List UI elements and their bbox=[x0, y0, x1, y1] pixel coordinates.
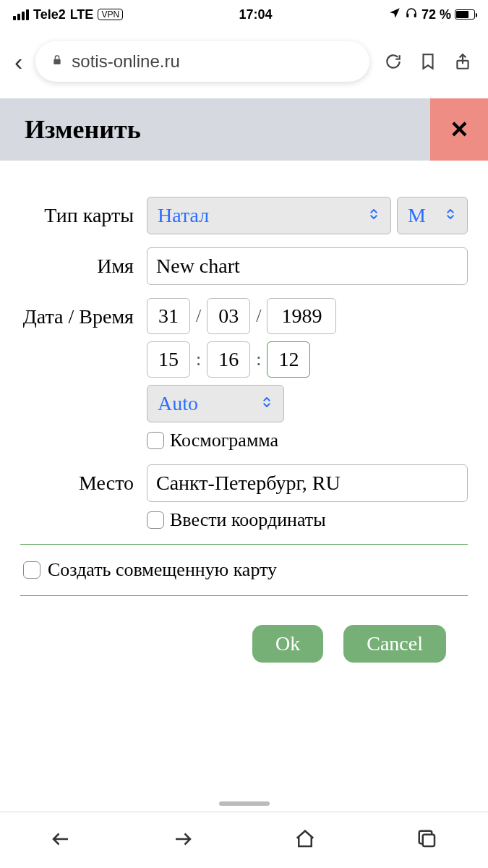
divider bbox=[20, 544, 468, 545]
second-input[interactable] bbox=[267, 341, 310, 378]
url-text: sotis-online.ru bbox=[72, 51, 179, 72]
time-separator: : bbox=[196, 349, 201, 370]
back-button[interactable]: ‹ bbox=[14, 48, 22, 76]
svg-rect-1 bbox=[414, 13, 416, 17]
name-label: Имя bbox=[20, 247, 147, 278]
gender-select[interactable]: М bbox=[397, 197, 468, 234]
svg-rect-4 bbox=[422, 834, 434, 846]
svg-rect-2 bbox=[54, 59, 61, 64]
bookmark-button[interactable] bbox=[417, 51, 439, 72]
battery-pct: 72 % bbox=[421, 7, 451, 22]
nav-tabs-button[interactable] bbox=[416, 828, 438, 853]
reload-button[interactable] bbox=[382, 51, 404, 72]
browser-bar: ‹ sotis-online.ru bbox=[0, 29, 488, 94]
day-input[interactable] bbox=[147, 298, 190, 334]
chart-type-label: Тип карты bbox=[20, 197, 147, 228]
address-bar[interactable]: sotis-online.ru bbox=[35, 41, 369, 82]
divider bbox=[20, 595, 468, 596]
timezone-select[interactable]: Auto bbox=[147, 385, 284, 422]
nav-forward-button[interactable] bbox=[172, 828, 194, 853]
timezone-value: Auto bbox=[158, 392, 198, 415]
status-right: 72 % bbox=[388, 7, 475, 23]
cancel-button[interactable]: Cancel bbox=[343, 625, 446, 663]
browser-bottom-nav bbox=[0, 812, 488, 868]
clock: 17:04 bbox=[239, 7, 272, 22]
chart-type-value: Натал bbox=[158, 204, 209, 227]
datetime-label: Дата / Время bbox=[20, 298, 147, 329]
chevron-updown-icon bbox=[444, 204, 457, 227]
chevron-updown-icon bbox=[367, 204, 380, 227]
chart-type-select[interactable]: Натал bbox=[147, 197, 391, 234]
place-label: Место bbox=[20, 464, 147, 495]
network-label: LTE bbox=[70, 7, 94, 22]
status-left: Tele2 LTE VPN bbox=[13, 7, 123, 22]
coords-label: Ввести координаты bbox=[170, 509, 326, 531]
location-icon bbox=[388, 7, 401, 23]
time-separator: : bbox=[256, 349, 261, 370]
modal-header: Изменить ✕ bbox=[0, 98, 488, 161]
gender-value: М bbox=[408, 204, 426, 227]
battery-icon bbox=[455, 9, 475, 20]
hour-input[interactable] bbox=[147, 341, 190, 378]
nav-home-button[interactable] bbox=[294, 828, 316, 853]
headphones-icon bbox=[405, 7, 418, 23]
combined-chart-label: Создать совмещенную карту bbox=[48, 559, 277, 581]
minute-input[interactable] bbox=[207, 341, 250, 378]
month-input[interactable] bbox=[207, 298, 250, 334]
name-input[interactable] bbox=[147, 247, 468, 285]
close-button[interactable]: ✕ bbox=[430, 98, 488, 161]
edit-form: Тип карты Натал М Имя Дата / Время bbox=[0, 161, 488, 689]
carrier-label: Tele2 bbox=[33, 7, 66, 22]
ok-button[interactable]: Ok bbox=[252, 625, 323, 663]
signal-icon bbox=[13, 9, 29, 20]
modal-title: Изменить bbox=[0, 98, 166, 161]
vpn-badge: VPN bbox=[98, 9, 123, 20]
cosmogram-checkbox[interactable] bbox=[147, 432, 164, 449]
cosmogram-label: Космограмма bbox=[170, 430, 278, 451]
date-separator: / bbox=[256, 305, 261, 327]
combined-chart-checkbox[interactable] bbox=[23, 561, 40, 579]
drag-handle[interactable] bbox=[219, 801, 270, 806]
svg-rect-0 bbox=[406, 13, 408, 17]
place-input[interactable] bbox=[147, 464, 468, 502]
share-button[interactable] bbox=[452, 51, 474, 72]
year-input[interactable] bbox=[267, 298, 336, 334]
status-bar: Tele2 LTE VPN 17:04 72 % bbox=[0, 0, 488, 29]
lock-icon bbox=[51, 54, 63, 69]
date-separator: / bbox=[196, 305, 201, 327]
nav-back-button[interactable] bbox=[50, 828, 72, 853]
coords-checkbox[interactable] bbox=[147, 511, 164, 529]
chevron-updown-icon bbox=[260, 392, 273, 415]
